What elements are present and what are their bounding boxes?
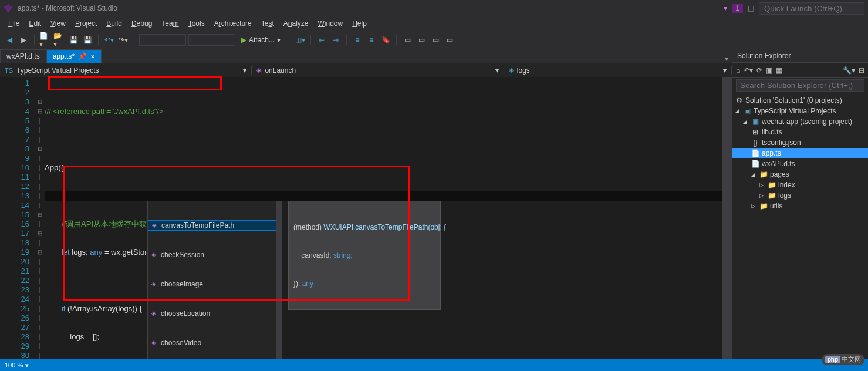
layer-button-1[interactable]: ▭ <box>401 34 413 46</box>
solution-icon: ⚙ <box>735 96 743 104</box>
tree-lib[interactable]: ⊞lib.d.ts <box>732 127 868 137</box>
expand-icon[interactable]: ▷ <box>751 203 757 209</box>
bookmark-button[interactable]: 🔖 <box>380 34 391 46</box>
tree-label: wxAPI.d.ts <box>762 160 795 168</box>
autocomplete-item[interactable]: ◈chooseLocation <box>148 308 282 319</box>
context-variable[interactable]: ◈logs▾ <box>504 66 732 75</box>
redo-button[interactable]: ↷▾ <box>117 34 129 46</box>
layer-button-3[interactable]: ▭ <box>430 34 441 46</box>
tree-utils[interactable]: ▷📁utils <box>732 201 868 211</box>
line-number: 27 <box>0 323 29 332</box>
autocomplete-popup[interactable]: ◈canvasToTempFilePath ◈checkSession ◈cho… <box>147 201 282 359</box>
menu-project[interactable]: Project <box>70 17 102 30</box>
layer-button-4[interactable]: ▭ <box>444 34 455 46</box>
notification-badge[interactable]: 1 <box>732 4 743 13</box>
feedback-icon[interactable]: ◫ <box>748 4 754 12</box>
line-number-gutter: 1 2 3 4 5 6 7 8 9 10 11 12 13 14 15 16 1… <box>0 77 35 359</box>
config-dropdown[interactable] <box>139 34 186 46</box>
collapse-icon[interactable]: ▣ <box>766 66 772 75</box>
code-text <box>45 304 62 313</box>
menu-tools[interactable]: Tools <box>184 17 210 30</box>
tree-project[interactable]: ◢▣TypeScript Virtual Projects <box>732 106 868 116</box>
home-icon[interactable]: ⌂ <box>736 66 740 75</box>
context-function[interactable]: ◈onLaunch▾ <box>252 66 504 75</box>
menu-test[interactable]: Test <box>256 17 279 30</box>
save-button[interactable]: 💾 <box>67 34 79 46</box>
autocomplete-item[interactable]: ◈checkSession <box>148 249 282 260</box>
layer-button-2[interactable]: ▭ <box>416 34 427 46</box>
attach-button[interactable]: ▶Attach...▾ <box>238 36 284 44</box>
menu-build[interactable]: Build <box>102 17 127 30</box>
nav-forward-button[interactable]: ▶ <box>18 34 29 46</box>
menu-window[interactable]: Window <box>313 17 347 30</box>
code-text: /// <reference path="./wxAPI.d.ts"/> <box>45 107 164 116</box>
menu-debug[interactable]: Debug <box>127 17 157 30</box>
save-all-button[interactable]: 💾 <box>82 34 93 46</box>
expand-icon[interactable]: ▷ <box>759 182 765 188</box>
menu-help[interactable]: Help <box>347 17 371 30</box>
solution-search-input[interactable] <box>736 79 864 92</box>
fold-gutter[interactable]: ⊟⊟|||⊟||||||⊟|⊟|⊟||||||||||| <box>35 77 45 359</box>
solution-tree[interactable]: ⚙Solution 'Solution1' (0 projects) ◢▣Typ… <box>732 93 868 214</box>
filter-icon[interactable]: ▾ <box>724 4 727 12</box>
close-icon[interactable]: ✕ <box>90 53 95 60</box>
menu-architecture[interactable]: Architecture <box>210 17 256 30</box>
expand-icon[interactable]: ▷ <box>759 193 765 198</box>
autocomplete-scrollbar[interactable] <box>276 201 282 359</box>
line-number: 24 <box>0 295 29 304</box>
context-label: TypeScript Virtual Projects <box>16 66 99 75</box>
menu-team[interactable]: Team <box>157 17 183 30</box>
platform-dropdown[interactable] <box>188 34 235 46</box>
indent-left-button[interactable]: ⇤ <box>316 34 327 46</box>
pin-icon[interactable]: 📌 <box>78 52 87 60</box>
quick-launch-input[interactable] <box>759 2 864 15</box>
pin-icon[interactable]: ⊟ <box>859 66 864 75</box>
menu-view[interactable]: View <box>46 17 70 30</box>
properties-icon[interactable]: 🔧▾ <box>843 66 855 75</box>
comment-button[interactable]: ≡ <box>352 34 363 46</box>
tree-index[interactable]: ▷📁index <box>732 180 868 190</box>
tab-dropdown-icon[interactable]: ▾ <box>725 55 728 63</box>
line-number: 22 <box>0 276 29 285</box>
tree-solution[interactable]: ⚙Solution 'Solution1' (0 projects) <box>732 95 868 106</box>
nav-back-button[interactable]: ◀ <box>4 34 15 46</box>
code-area[interactable]: 1 2 3 4 5 6 7 8 9 10 11 12 13 14 15 16 1… <box>0 77 732 359</box>
code-content[interactable]: /// <reference path="./wxAPI.d.ts"/> App… <box>45 77 722 359</box>
open-button[interactable]: 📂▾ <box>53 34 65 46</box>
menu-edit[interactable]: Edit <box>24 17 46 30</box>
line-number: 17 <box>0 229 29 238</box>
line-number: 18 <box>0 238 29 248</box>
expand-icon[interactable]: ◢ <box>751 171 757 177</box>
expand-icon[interactable]: ◢ <box>743 119 749 124</box>
undo-button[interactable]: ↶▾ <box>103 34 115 46</box>
file-tab-wxapi[interactable]: wxAPI.d.ts <box>0 49 46 63</box>
toolbox-button-1[interactable]: ◫▾ <box>294 34 306 46</box>
context-label: logs <box>517 66 530 75</box>
zoom-dropdown-icon[interactable]: ▾ <box>25 362 29 369</box>
autocomplete-item[interactable]: ◈chooseVideo <box>148 338 282 348</box>
tree-tsconfig[interactable]: {}tsconfig.json <box>732 137 868 148</box>
back-icon[interactable]: ↶▾ <box>744 66 753 75</box>
autocomplete-item[interactable]: ◈chooseImage <box>148 279 282 289</box>
expand-icon[interactable]: ◢ <box>735 108 741 114</box>
sync-icon[interactable]: ⟳ <box>756 66 762 75</box>
tree-pages[interactable]: ◢📁pages <box>732 169 868 180</box>
zoom-level[interactable]: 100 % <box>5 362 23 369</box>
indent-right-button[interactable]: ⇥ <box>330 34 342 46</box>
tree-app[interactable]: 📄app.ts <box>732 148 868 158</box>
line-number: 20 <box>0 257 29 267</box>
context-project[interactable]: TSTypeScript Virtual Projects▾ <box>0 66 252 75</box>
editor-scrollbar[interactable] <box>722 77 732 359</box>
tree-wechat[interactable]: ◢▣wechat-app (tsconfig project) <box>732 116 868 127</box>
autocomplete-item[interactable]: ◈canvasToTempFilePath <box>148 220 282 231</box>
file-tab-app[interactable]: app.ts*📌✕ <box>46 49 102 63</box>
menu-file[interactable]: File <box>4 17 24 30</box>
menu-analyze[interactable]: Analyze <box>279 17 313 30</box>
method-icon: ◈ <box>256 66 261 74</box>
tree-wxapi[interactable]: 📄wxAPI.d.ts <box>732 158 868 169</box>
tree-logs[interactable]: ▷📁logs <box>732 190 868 201</box>
new-file-button[interactable]: 📄▾ <box>39 34 51 46</box>
method-icon: ◈ <box>150 310 157 317</box>
uncomment-button[interactable]: ≡ <box>366 34 377 46</box>
show-all-icon[interactable]: ▦ <box>776 66 782 75</box>
